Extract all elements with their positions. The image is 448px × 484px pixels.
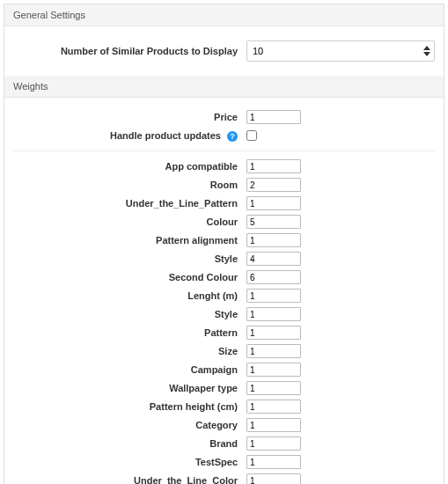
attribute-row: Room xyxy=(13,177,435,193)
attribute-input[interactable] xyxy=(246,400,301,414)
price-input[interactable] xyxy=(246,110,301,124)
handle-updates-row: Handle product updates ? xyxy=(13,128,435,143)
attribute-input[interactable] xyxy=(246,159,301,173)
display-count-label: Number of Similar Products to Display xyxy=(13,46,246,56)
attribute-input[interactable] xyxy=(246,252,301,266)
attribute-row: Size xyxy=(13,343,435,359)
attribute-row: Campaign xyxy=(13,362,435,378)
attribute-input[interactable] xyxy=(246,289,301,303)
attribute-input[interactable] xyxy=(246,196,301,210)
display-count-input[interactable] xyxy=(246,40,435,62)
attribute-label: Second Colour xyxy=(13,272,246,282)
handle-updates-label-text: Handle product updates xyxy=(110,130,221,141)
attribute-rows: App compatibleRoomUnder_the_Line_Pattern… xyxy=(13,158,435,484)
attribute-row: Colour xyxy=(13,214,435,230)
attribute-label: Pattern xyxy=(13,327,246,338)
attribute-row: Second Colour xyxy=(13,269,435,285)
attribute-row: Under_the_Line_Color xyxy=(13,473,435,484)
attribute-row: Pattern alignment xyxy=(13,232,435,248)
display-count-row: Number of Similar Products to Display xyxy=(13,40,435,62)
attribute-label: Style xyxy=(13,309,246,319)
general-settings-header: General Settings xyxy=(4,4,444,26)
divider xyxy=(13,150,435,151)
attribute-input[interactable] xyxy=(246,215,301,229)
attribute-row: TestSpec xyxy=(13,454,435,470)
price-row: Price xyxy=(13,109,435,125)
settings-panel: General Settings Number of Similar Produ… xyxy=(4,4,444,484)
display-count-wrap xyxy=(246,40,435,62)
attribute-label: Colour xyxy=(13,216,246,227)
attribute-input[interactable] xyxy=(246,307,301,321)
attribute-label: TestSpec xyxy=(13,457,246,467)
attribute-row: Wallpaper type xyxy=(13,380,435,396)
attribute-input[interactable] xyxy=(246,270,301,284)
attribute-label: Brand xyxy=(13,438,246,449)
attribute-input[interactable] xyxy=(246,436,301,451)
attribute-row: Category xyxy=(13,417,435,433)
attribute-label: Style xyxy=(13,253,246,264)
handle-updates-label: Handle product updates ? xyxy=(13,130,246,142)
attribute-input[interactable] xyxy=(246,326,301,340)
general-settings-body: Number of Similar Products to Display xyxy=(4,26,444,76)
weights-body: Price Handle product updates ? App compa… xyxy=(4,98,444,484)
weights-header: Weights xyxy=(4,76,444,98)
attribute-row: Pattern xyxy=(13,325,435,341)
attribute-input[interactable] xyxy=(246,363,301,377)
help-icon[interactable]: ? xyxy=(227,131,238,142)
attribute-label: Wallpaper type xyxy=(13,383,246,393)
attribute-row: App compatible xyxy=(13,158,435,174)
display-count-spinner xyxy=(421,42,433,60)
attribute-label: Campaign xyxy=(13,364,246,375)
price-label: Price xyxy=(13,112,246,122)
handle-updates-checkbox[interactable] xyxy=(246,130,257,141)
attribute-row: Brand xyxy=(13,436,435,451)
attribute-label: Room xyxy=(13,180,246,190)
attribute-label: Under_the_Line_Color xyxy=(13,475,246,484)
attribute-input[interactable] xyxy=(246,233,301,247)
attribute-input[interactable] xyxy=(246,381,301,395)
attribute-row: Style xyxy=(13,251,435,267)
attribute-label: Size xyxy=(13,346,246,356)
spinner-down-icon[interactable] xyxy=(423,52,430,56)
attribute-input[interactable] xyxy=(246,178,301,192)
attribute-input[interactable] xyxy=(246,344,301,358)
attribute-label: Category xyxy=(13,420,246,430)
attribute-label: Under_the_Line_Pattern xyxy=(13,198,246,209)
attribute-row: Lenght (m) xyxy=(13,288,435,304)
attribute-label: Pattern height (cm) xyxy=(13,401,246,412)
attribute-input[interactable] xyxy=(246,418,301,432)
attribute-label: Pattern alignment xyxy=(13,235,246,246)
attribute-label: App compatible xyxy=(13,161,246,172)
attribute-input[interactable] xyxy=(246,473,301,484)
attribute-input[interactable] xyxy=(246,455,301,469)
attribute-row: Pattern height (cm) xyxy=(13,399,435,414)
attribute-label: Lenght (m) xyxy=(13,290,246,301)
attribute-row: Under_the_Line_Pattern xyxy=(13,195,435,211)
spinner-up-icon[interactable] xyxy=(423,46,430,50)
attribute-row: Style xyxy=(13,306,435,322)
